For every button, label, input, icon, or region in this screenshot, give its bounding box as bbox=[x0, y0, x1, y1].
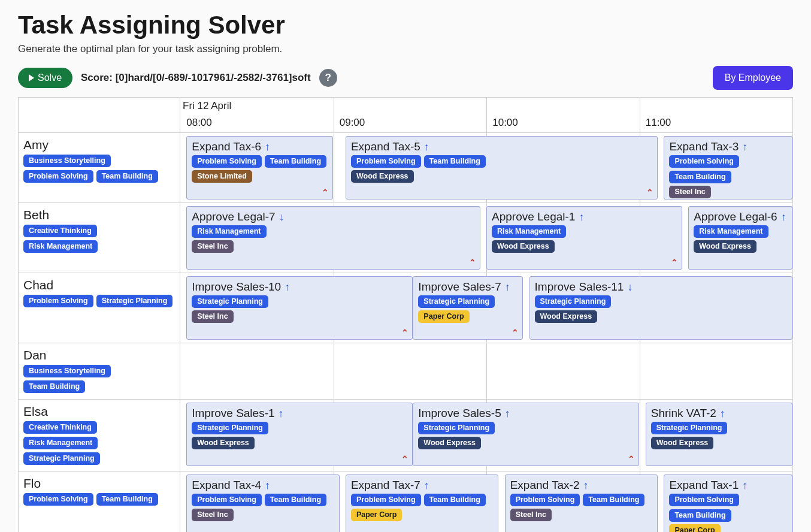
priority-up-icon: ↑ bbox=[279, 407, 284, 420]
employee-cell: DanBusiness StorytellingTeam Building bbox=[19, 343, 180, 399]
header-empty-cell bbox=[19, 98, 180, 132]
time-label: 10:00 bbox=[492, 117, 518, 129]
task-customer: Wood Express bbox=[492, 240, 677, 253]
employee-skills: Business StorytellingTeam Building bbox=[23, 365, 174, 393]
gridline bbox=[792, 273, 793, 343]
task-card[interactable]: Improve Sales-11↓Strategic PlanningWood … bbox=[529, 276, 792, 340]
skill-pill: Problem Solving bbox=[510, 494, 580, 506]
task-skills: Problem SolvingTeam Building bbox=[351, 155, 652, 168]
task-skills: Strategic Planning bbox=[192, 295, 407, 308]
task-card[interactable]: Approve Legal-6↑Risk ManagementWood Expr… bbox=[688, 206, 792, 270]
task-title-text: Improve Sales-5 bbox=[418, 407, 501, 420]
task-card[interactable]: Expand Tax-3↑Problem SolvingTeam Buildin… bbox=[664, 136, 792, 200]
employee-name: Flo bbox=[23, 476, 174, 491]
solve-label: Solve bbox=[38, 72, 62, 83]
skill-pill: Strategic Planning bbox=[23, 452, 100, 465]
task-skills: Strategic Planning bbox=[418, 422, 634, 434]
time-label: 11:00 bbox=[646, 117, 671, 129]
priority-up-icon: ↑ bbox=[265, 479, 270, 492]
customer-pill: Stone Limited bbox=[192, 170, 252, 183]
task-card[interactable]: Improve Sales-5↑Strategic PlanningWood E… bbox=[413, 403, 639, 466]
skill-pill: Risk Management bbox=[694, 225, 768, 238]
priority-up-icon: ↑ bbox=[424, 141, 429, 153]
priority-up-icon: ↑ bbox=[720, 407, 725, 420]
skill-pill: Strategic Planning bbox=[535, 295, 612, 308]
date-label: Fri 12 April bbox=[183, 100, 231, 112]
task-title: Improve Sales-5↑ bbox=[418, 407, 634, 420]
employee-timeline bbox=[180, 343, 792, 399]
by-employee-button[interactable]: By Employee bbox=[713, 66, 793, 90]
task-title-text: Expand Tax-7 bbox=[351, 479, 420, 492]
gridline bbox=[792, 471, 793, 532]
customer-pill: Steel Inc bbox=[192, 240, 233, 253]
task-customer: Steel Inc bbox=[192, 240, 475, 253]
customer-pill: Paper Corp bbox=[351, 509, 402, 521]
task-card[interactable]: Improve Sales-1↑Strategic PlanningWood E… bbox=[186, 403, 413, 466]
skill-pill: Team Building bbox=[265, 155, 326, 168]
employee-cell: FloProblem SolvingTeam Building bbox=[19, 471, 180, 532]
task-skills: Problem SolvingTeam Building bbox=[669, 155, 787, 183]
skill-pill: Team Building bbox=[424, 155, 486, 168]
task-title-text: Expand Tax-6 bbox=[192, 140, 261, 153]
skill-pill: Problem Solving bbox=[23, 295, 93, 307]
task-skills: Strategic Planning bbox=[418, 295, 518, 308]
priority-up-icon: ↑ bbox=[579, 211, 584, 223]
score-text: Score: [0]hard/[0/-689/-1017961/-2582/-3… bbox=[81, 72, 311, 84]
task-card[interactable]: Approve Legal-7↓Risk ManagementSteel Inc… bbox=[186, 206, 480, 270]
time-label: 09:00 bbox=[340, 117, 365, 129]
gridline bbox=[334, 98, 334, 132]
help-icon[interactable]: ? bbox=[319, 69, 337, 87]
employee-name: Chad bbox=[23, 278, 174, 292]
task-customer: Steel Inc bbox=[192, 310, 407, 323]
task-card[interactable]: Expand Tax-6↑Problem SolvingTeam Buildin… bbox=[186, 136, 333, 200]
skill-pill: Team Building bbox=[583, 494, 644, 506]
employee-skills: Problem SolvingStrategic Planning bbox=[23, 295, 174, 307]
skill-pill: Team Building bbox=[23, 380, 85, 393]
task-title-text: Improve Sales-7 bbox=[418, 280, 501, 294]
task-customer: Wood Express bbox=[418, 437, 634, 449]
gridline bbox=[486, 98, 487, 132]
task-skills: Risk Management bbox=[492, 225, 677, 238]
task-title: Improve Sales-1↑ bbox=[192, 407, 407, 420]
task-skills: Problem SolvingTeam Building bbox=[192, 494, 334, 506]
skill-pill: Problem Solving bbox=[669, 494, 739, 506]
task-skills: Problem SolvingTeam Building bbox=[510, 494, 653, 506]
toolbar: Solve Score: [0]hard/[0/-689/-1017961/-2… bbox=[18, 66, 793, 90]
gridline bbox=[334, 133, 334, 202]
customer-pill: Wood Express bbox=[418, 437, 481, 449]
task-card[interactable]: Improve Sales-10↑Strategic PlanningSteel… bbox=[186, 276, 413, 340]
employee-cell: BethCreative ThinkingRisk Management bbox=[19, 203, 180, 273]
task-title-text: Improve Sales-11 bbox=[535, 280, 624, 294]
task-card[interactable]: Expand Tax-4↑Problem SolvingTeam Buildin… bbox=[186, 474, 340, 532]
task-title: Expand Tax-3↑ bbox=[669, 140, 787, 153]
task-card[interactable]: Shrink VAT-2↑Strategic PlanningWood Expr… bbox=[646, 403, 792, 466]
employee-name: Beth bbox=[23, 208, 174, 222]
task-customer: Wood Express bbox=[351, 170, 652, 183]
task-customer: Paper Corp bbox=[669, 524, 787, 532]
priority-up-icon: ↑ bbox=[781, 211, 786, 223]
task-card[interactable]: Expand Tax-7↑Problem SolvingTeam Buildin… bbox=[346, 474, 499, 532]
skill-pill: Business Storytelling bbox=[23, 155, 111, 167]
employee-skills: Creative ThinkingRisk Management bbox=[23, 225, 174, 253]
task-card[interactable]: Improve Sales-7↑Strategic PlanningPaper … bbox=[413, 276, 523, 340]
gridline bbox=[640, 98, 640, 132]
task-title: Expand Tax-4↑ bbox=[192, 479, 334, 492]
skill-pill: Creative Thinking bbox=[23, 225, 97, 237]
employee-name: Amy bbox=[23, 138, 174, 152]
task-card[interactable]: Expand Tax-5↑Problem SolvingTeam Buildin… bbox=[346, 136, 658, 200]
task-card[interactable]: Expand Tax-2↑Problem SolvingTeam Buildin… bbox=[505, 474, 658, 532]
task-title-text: Approve Legal-7 bbox=[192, 210, 275, 223]
employee-cell: ChadProblem SolvingStrategic Planning bbox=[19, 273, 180, 343]
employee-timeline: Expand Tax-4↑Problem SolvingTeam Buildin… bbox=[180, 471, 792, 532]
skill-pill: Strategic Planning bbox=[418, 422, 495, 434]
gridline bbox=[640, 343, 640, 399]
task-title: Expand Tax-2↑ bbox=[510, 479, 653, 492]
customer-pill: Paper Corp bbox=[669, 524, 720, 532]
task-card[interactable]: Expand Tax-1↑Problem SolvingTeam Buildin… bbox=[664, 474, 792, 532]
gridline bbox=[792, 400, 793, 471]
customer-pill: Wood Express bbox=[535, 310, 598, 323]
pin-icon: ⌃ bbox=[401, 328, 408, 337]
task-card[interactable]: Approve Legal-1↑Risk ManagementWood Expr… bbox=[486, 206, 682, 270]
solve-button[interactable]: Solve bbox=[18, 68, 72, 88]
customer-pill: Wood Express bbox=[492, 240, 555, 253]
